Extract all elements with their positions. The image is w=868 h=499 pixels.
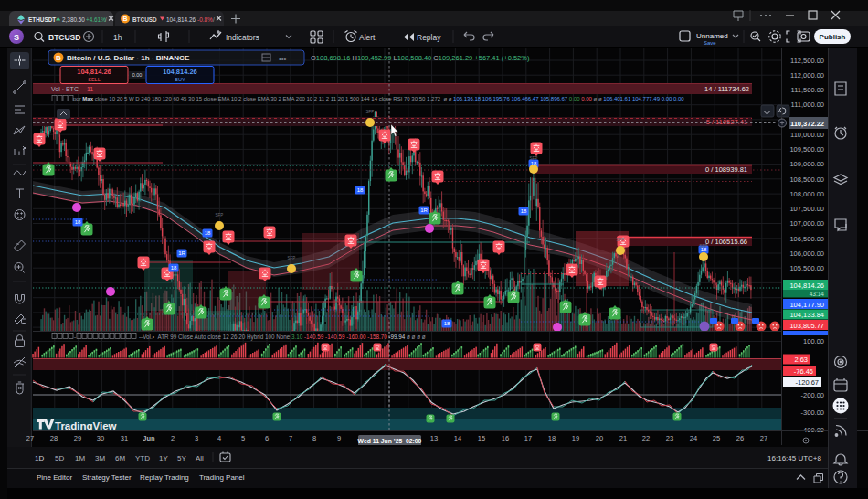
svg-text:104,814.26: 104,814.26: [163, 68, 197, 76]
svg-text:0 / 106515.66: 0 / 106515.66: [705, 238, 747, 246]
svg-text:29: 29: [74, 434, 81, 442]
svg-text:109,500.00: 109,500.00: [789, 145, 824, 154]
svg-text:S: S: [14, 33, 19, 42]
svg-text:105,500.00: 105,500.00: [789, 264, 824, 272]
svg-text:14 / 111734.62: 14 / 111734.62: [704, 85, 749, 93]
svg-text:6: 6: [265, 434, 269, 442]
svg-text:SFP: SFP: [216, 213, 224, 218]
svg-text:5: 5: [241, 434, 245, 442]
svg-text:6M: 6M: [115, 454, 125, 462]
svg-text:-76.46: -76.46: [794, 367, 813, 376]
svg-text:Wed 11 Jun ’25 02:00: Wed 11 Jun ’25 02:00: [358, 438, 422, 444]
svg-text:11: 11: [87, 86, 93, 92]
svg-text:All: All: [196, 454, 204, 462]
svg-text:Jun: Jun: [143, 434, 155, 442]
svg-text:27: 27: [760, 434, 767, 442]
svg-text:104,177.90: 104,177.90: [789, 301, 824, 309]
svg-text:Trading Panel: Trading Panel: [199, 473, 245, 482]
svg-text:23: 23: [666, 434, 673, 442]
svg-text:15: 15: [478, 434, 485, 442]
svg-text:-0.8%: -0.8%: [197, 16, 213, 23]
svg-text:104,814.26: 104,814.26: [77, 68, 111, 76]
svg-text:106,000.00: 106,000.00: [789, 250, 824, 258]
svg-text:27: 27: [26, 434, 34, 442]
svg-text:16: 16: [502, 434, 509, 442]
svg-text:SFP: SFP: [700, 244, 708, 249]
svg-text:14: 14: [454, 434, 461, 442]
svg-text:7: 7: [289, 434, 292, 442]
svg-text:Replay: Replay: [417, 33, 441, 42]
svg-text:Vol · BTC: Vol · BTC: [51, 86, 79, 92]
svg-text:18: 18: [444, 321, 450, 326]
svg-text:103,805.77: 103,805.77: [789, 322, 824, 330]
svg-text:3: 3: [195, 434, 198, 442]
svg-text:BTCUSD: BTCUSD: [48, 33, 80, 42]
svg-text:SFP: SFP: [366, 110, 375, 114]
svg-text:Replay Trading: Replay Trading: [140, 473, 189, 482]
svg-text:B: B: [122, 16, 127, 22]
svg-text:110,372.22: 110,372.22: [790, 120, 824, 128]
svg-text:18: 18: [548, 434, 556, 442]
svg-text:/: /: [105, 16, 107, 23]
svg-text:2,380.50: 2,380.50: [62, 16, 85, 23]
svg-text:BTCUSD: BTCUSD: [132, 16, 157, 23]
svg-text:SFP: SFP: [617, 238, 625, 242]
svg-text:100.00: 100.00: [803, 337, 824, 345]
svg-text:Strategy Tester: Strategy Tester: [82, 473, 132, 482]
svg-text:1D: 1D: [35, 454, 44, 462]
svg-text:13: 13: [430, 434, 438, 442]
svg-text:24: 24: [690, 434, 697, 442]
svg-text:25: 25: [713, 434, 720, 442]
svg-text:1R: 1R: [178, 250, 185, 256]
svg-text:-200.00: -200.00: [801, 391, 824, 399]
svg-text:18: 18: [521, 208, 527, 214]
svg-text:0 / 108939.81: 0 / 108939.81: [705, 165, 747, 174]
svg-text:104,814.26: 104,814.26: [166, 16, 196, 23]
svg-text:31: 31: [121, 434, 128, 442]
svg-text:1h: 1h: [113, 33, 122, 42]
svg-text:YTD: YTD: [135, 454, 150, 462]
svg-text:2.63: 2.63: [794, 356, 808, 364]
svg-text:30: 30: [97, 434, 104, 442]
svg-text:-120.67: -120.67: [796, 378, 819, 387]
svg-text:43:14: 43:14: [810, 291, 825, 297]
svg-text:2: 2: [171, 434, 175, 442]
svg-text:SELL: SELL: [88, 77, 100, 82]
svg-text:•••: •••: [279, 55, 287, 63]
svg-text:SFP: SFP: [288, 256, 296, 260]
svg-text:19: 19: [572, 434, 579, 442]
svg-text:107,000.00: 107,000.00: [789, 219, 824, 228]
svg-text:ETHUSDT: ETHUSDT: [28, 16, 56, 23]
svg-text:109,000.00: 109,000.00: [789, 160, 824, 168]
svg-text:26: 26: [736, 434, 744, 442]
svg-text:-300.00: -300.00: [801, 409, 824, 417]
svg-text:--Vol.• ATR 99 Close Auto clo: --Vol.• ATR 99 Close Auto close 12 26 20…: [139, 334, 426, 341]
svg-text:B: B: [56, 54, 61, 62]
svg-text:21: 21: [619, 434, 627, 442]
svg-text:Indicators: Indicators: [226, 33, 259, 42]
svg-text:16:16:45 UTC+8: 16:16:45 UTC+8: [767, 454, 821, 462]
svg-text:1R: 1R: [420, 207, 428, 213]
svg-text:18: 18: [205, 230, 211, 236]
svg-text:Alert: Alert: [359, 33, 376, 42]
svg-text:18: 18: [357, 187, 364, 193]
svg-text:111,500.00: 111,500.00: [791, 86, 824, 94]
svg-text:112,500.00: 112,500.00: [790, 57, 824, 65]
svg-text:108,000.00: 108,000.00: [789, 190, 824, 198]
svg-text:5D: 5D: [55, 454, 64, 462]
svg-text:Bitcoin / U.S. Dollar · 1h · B: Bitcoin / U.S. Dollar · 1h · BINANCE: [67, 54, 190, 62]
svg-text:1M: 1M: [75, 454, 85, 462]
svg-text:111,000.00: 111,000.00: [791, 101, 824, 109]
svg-text:3M: 3M: [95, 454, 105, 462]
svg-text:8: 8: [312, 434, 316, 442]
svg-text:110,000.00: 110,000.00: [790, 131, 824, 139]
svg-text:108,500.00: 108,500.00: [789, 175, 824, 184]
svg-text:4: 4: [217, 434, 221, 442]
svg-text:Save: Save: [704, 40, 716, 46]
svg-text:5 / 110527.41: 5 / 110527.41: [706, 118, 747, 126]
svg-text:por Max close 10 20 5 W D 240: por Max close 10 20 5 W D 240 180 120 60…: [73, 96, 684, 101]
svg-text:104,133.84: 104,133.84: [789, 311, 824, 319]
svg-text:O108,698.16 H109,452.99 L108,5: O108,698.16 H109,452.99 L108,508.40 C109…: [311, 54, 530, 62]
svg-text:Pine Editor: Pine Editor: [37, 473, 72, 482]
svg-text:28: 28: [50, 434, 58, 442]
